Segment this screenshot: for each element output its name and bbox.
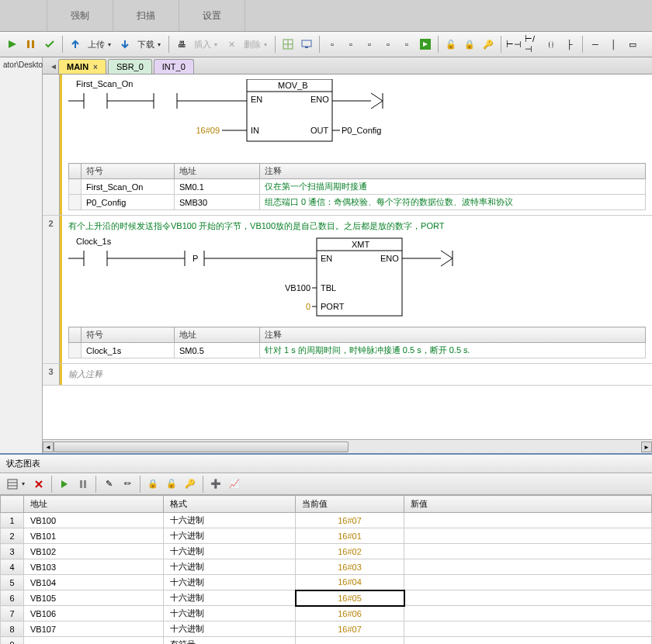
cell-new-value[interactable]	[404, 621, 652, 637]
network-comment[interactable]: 有个上升沿的时候发送指令VB100 开始的字节，VB100放的是自己数目。之后都…	[68, 220, 646, 232]
symbol-row[interactable]: First_Scan_On SM0.1 仅在第一个扫描周期时接通	[69, 179, 646, 195]
vline-icon[interactable]: │	[606, 36, 622, 52]
tab-main[interactable]: MAIN×	[58, 59, 106, 74]
cell-format[interactable]: 十六进制	[164, 513, 296, 528]
start-monitor-icon[interactable]	[57, 476, 72, 492]
col-new[interactable]: 新值	[404, 496, 652, 513]
status-row[interactable]: 3VB102十六进制16#02	[1, 544, 652, 559]
project-tree-panel[interactable]: ator\Deskto	[0, 57, 43, 453]
symbol-row[interactable]: Clock_1s SM0.5 针对 1 s 的周期时间，时钟脉冲接通 0.5 s…	[69, 343, 646, 358]
cell-format[interactable]: 十六进制	[164, 606, 296, 621]
cell-current-value[interactable]: 16#02	[296, 544, 404, 559]
ladder-rung-2[interactable]: Clock_1s P XMT EN	[68, 235, 550, 320]
force-icon[interactable]: 🔒	[145, 476, 161, 492]
tab-prev-icon[interactable]: ◄	[49, 58, 58, 74]
horizontal-scrollbar[interactable]: ◄ ►	[43, 439, 652, 453]
cell-format[interactable]: 有符号	[164, 637, 296, 645]
lock2-icon[interactable]: 🔒	[462, 36, 477, 52]
go-icon[interactable]	[418, 36, 433, 52]
status-row[interactable]: 8VB107十六进制16#07	[1, 621, 652, 637]
download-dropdown[interactable]: ▾	[158, 41, 161, 48]
pause-icon[interactable]	[23, 36, 39, 52]
ladder-area[interactable]: First_Scan_On MOV_B EN ENO	[43, 74, 652, 439]
cell-current-value[interactable]: 16#04	[296, 575, 404, 590]
status-row[interactable]: 1VB100十六进制16#07	[1, 513, 652, 528]
unforce-all-icon[interactable]: 🔑	[182, 476, 198, 492]
cell-address[interactable]: VB107	[24, 621, 164, 637]
insert-row-icon[interactable]: ➕	[208, 476, 224, 492]
cell-address[interactable]: VB100	[24, 513, 164, 528]
tool3-icon[interactable]: ▫	[362, 36, 377, 52]
unforce-icon[interactable]: 🔓	[164, 476, 179, 492]
coil-icon[interactable]: ⟮⟯	[543, 36, 559, 52]
download-label[interactable]: 下载	[137, 39, 154, 50]
cell-format[interactable]: 十六进制	[164, 575, 296, 590]
cell-current-value[interactable]: 16#07	[296, 621, 404, 637]
contact-no-icon[interactable]: ⊢⊣	[506, 36, 522, 52]
key-icon[interactable]: 🔑	[480, 36, 496, 52]
cell-current-value[interactable]: 16#06	[296, 606, 404, 621]
contact-nc-icon[interactable]: ⊢/⊣	[525, 36, 540, 52]
scrollbar-thumb[interactable]	[54, 441, 349, 452]
status-row[interactable]: 9有符号	[1, 637, 652, 645]
tool5-icon[interactable]: ▫	[399, 36, 414, 52]
view-dropdown[interactable]: ▾	[22, 480, 25, 487]
cell-address[interactable]	[24, 637, 164, 645]
trend-icon[interactable]: 📈	[227, 476, 242, 492]
delete-icon[interactable]: ✕	[224, 36, 239, 52]
cell-new-value[interactable]	[404, 559, 652, 575]
status-grid-scroll[interactable]: 地址 格式 当前值 新值 1VB100十六进制16#072VB101十六进制16…	[0, 495, 652, 644]
upload-label[interactable]: 上传	[88, 39, 105, 50]
cell-new-value[interactable]	[404, 575, 652, 590]
cell-format[interactable]: 十六进制	[164, 559, 296, 575]
tab-int0[interactable]: INT_0	[154, 59, 194, 74]
run-icon[interactable]	[5, 36, 20, 52]
grid-view-icon[interactable]	[5, 476, 20, 492]
close-icon[interactable]: ×	[93, 63, 98, 71]
cell-new-value[interactable]	[404, 528, 652, 544]
cell-new-value[interactable]	[404, 590, 652, 606]
cell-current-value[interactable]: 16#01	[296, 528, 404, 544]
top-tab-settings[interactable]: 设置	[179, 0, 245, 31]
col-current[interactable]: 当前值	[296, 496, 404, 513]
col-format[interactable]: 格式	[164, 496, 296, 513]
comment-prompt[interactable]: 输入注释	[68, 369, 646, 380]
write-all-icon[interactable]: ✏	[120, 476, 135, 492]
cell-new-value[interactable]	[404, 544, 652, 559]
cell-new-value[interactable]	[404, 637, 652, 645]
cell-current-value[interactable]	[296, 637, 404, 645]
print-icon[interactable]: 🖶	[174, 36, 189, 52]
cell-new-value[interactable]	[404, 606, 652, 621]
tool1-icon[interactable]: ▫	[324, 36, 340, 52]
pause-monitor-icon[interactable]	[75, 476, 91, 492]
write-icon[interactable]: ✎	[101, 476, 116, 492]
hline-icon[interactable]: ─	[588, 36, 603, 52]
cell-current-value[interactable]: 16#03	[296, 559, 404, 575]
insert-label[interactable]: 插入	[194, 39, 211, 50]
col-address[interactable]: 地址	[24, 496, 164, 513]
cell-format[interactable]: 十六进制	[164, 621, 296, 637]
cell-address[interactable]: VB104	[24, 575, 164, 590]
top-tab-scan[interactable]: 扫描	[113, 0, 179, 31]
cell-address[interactable]: VB102	[24, 544, 164, 559]
grid-icon[interactable]	[280, 36, 296, 52]
cell-format[interactable]: 十六进制	[164, 528, 296, 544]
cell-current-value[interactable]: 16#05	[296, 590, 404, 606]
symbol-row[interactable]: P0_Config SMB30 组态端口 0 通信：奇偶校验、每个字符的数据位数…	[69, 195, 646, 210]
scroll-right-icon[interactable]: ►	[641, 441, 652, 452]
check-icon[interactable]	[42, 36, 57, 52]
cell-format[interactable]: 十六进制	[164, 544, 296, 559]
tab-sbr0[interactable]: SBR_0	[108, 59, 152, 74]
tool2-icon[interactable]: ▫	[343, 36, 359, 52]
cell-address[interactable]: VB106	[24, 606, 164, 621]
monitor-icon[interactable]	[299, 36, 314, 52]
status-row[interactable]: 4VB103十六进制16#03	[1, 559, 652, 575]
download-icon[interactable]	[117, 36, 133, 52]
block-icon[interactable]: ▭	[625, 36, 640, 52]
status-row[interactable]: 6VB105十六进制16#05	[1, 590, 652, 606]
status-row[interactable]: 7VB106十六进制16#06	[1, 606, 652, 621]
delete-dropdown[interactable]: ▾	[264, 41, 267, 48]
cell-address[interactable]: VB101	[24, 528, 164, 544]
lock-icon[interactable]: 🔓	[443, 36, 459, 52]
top-tab-force[interactable]: 强制	[47, 0, 113, 31]
